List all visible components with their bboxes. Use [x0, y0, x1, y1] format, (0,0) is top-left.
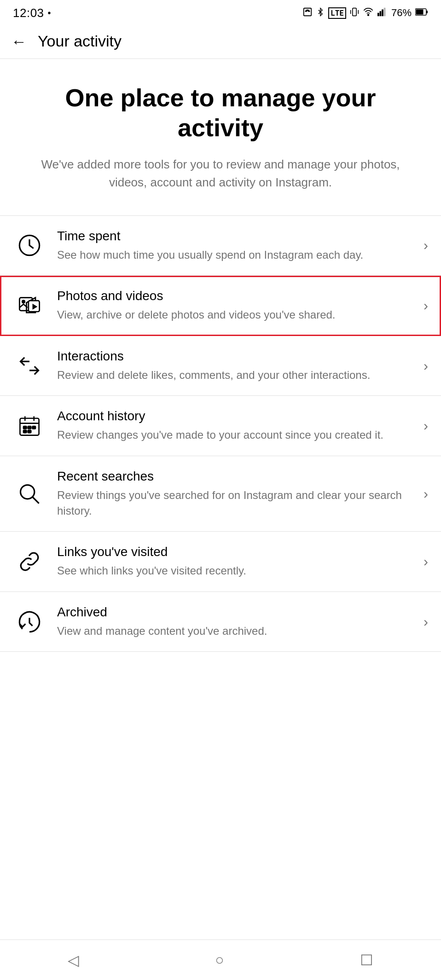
hero-title: One place to manage your activity [28, 83, 413, 143]
svg-rect-10 [426, 11, 428, 13]
menu-item-title-account-history: Account history [57, 409, 416, 423]
chevron-icon-recent-searches: › [424, 486, 428, 502]
menu-item-time-spent[interactable]: Time spent See how much time you usually… [0, 216, 441, 276]
status-icons: LTE 76% [302, 7, 428, 19]
menu-item-archived[interactable]: Archived View and manage content you've … [0, 592, 441, 652]
svg-point-29 [21, 485, 35, 499]
search-icon [13, 482, 46, 506]
svg-rect-25 [28, 426, 31, 429]
wifi-icon [363, 7, 374, 19]
svg-point-4 [368, 14, 369, 16]
chevron-icon-photos-and-videos: › [424, 298, 428, 313]
menu-item-desc-photos-and-videos: View, archive or delete photos and video… [57, 307, 416, 323]
nav-home-button[interactable]: ○ [197, 944, 242, 976]
nfc-icon [302, 7, 313, 19]
menu-item-title-photos-and-videos: Photos and videos [57, 289, 416, 303]
bottom-nav: ◁ ○ ☐ [0, 939, 441, 980]
bluetooth-icon [316, 7, 325, 19]
svg-rect-26 [33, 426, 36, 429]
history-icon [13, 610, 46, 634]
nav-recents-icon: ☐ [360, 951, 373, 969]
photos-videos-icon [13, 294, 46, 318]
svg-rect-6 [380, 11, 382, 16]
svg-rect-11 [416, 9, 424, 14]
page-title: Your activity [38, 32, 122, 50]
interactions-icon [13, 354, 46, 378]
chevron-icon-time-spent: › [424, 238, 428, 253]
nav-home-icon: ○ [215, 951, 224, 968]
svg-rect-0 [304, 8, 312, 16]
vibrate-icon [350, 7, 359, 19]
header: ← Your activity [0, 24, 441, 59]
svg-point-15 [22, 301, 24, 303]
hero-section: One place to manage your activity We've … [0, 59, 441, 216]
back-button[interactable]: ← [11, 34, 27, 49]
chevron-icon-interactions: › [424, 358, 428, 374]
menu-item-desc-links-visited: See which links you've visited recently. [57, 563, 416, 579]
svg-rect-1 [353, 8, 356, 16]
svg-rect-27 [23, 430, 27, 433]
clock-icon [13, 233, 46, 257]
status-time: 12:03 [13, 6, 44, 20]
chevron-icon-archived: › [424, 614, 428, 630]
menu-item-interactions[interactable]: Interactions Review and delete likes, co… [0, 336, 441, 396]
svg-rect-5 [377, 12, 379, 16]
menu-item-desc-time-spent: See how much time you usually spend on I… [57, 247, 416, 263]
nav-back-button[interactable]: ◁ [49, 944, 98, 976]
menu-item-desc-interactions: Review and delete likes, comments, and y… [57, 367, 416, 383]
menu-item-title-links-visited: Links you've visited [57, 545, 416, 559]
calendar-icon [13, 414, 46, 438]
battery-icon [415, 8, 428, 18]
svg-rect-7 [382, 9, 383, 16]
hero-subtitle: We've added more tools for you to review… [28, 156, 413, 191]
menu-item-desc-account-history: Review changes you've made to your accou… [57, 427, 416, 443]
signal-icon [377, 7, 388, 19]
status-bar: 12:03 • LTE 76% [0, 0, 441, 24]
menu-list: Time spent See how much time you usually… [0, 216, 441, 652]
lte-icon: LTE [328, 7, 346, 19]
link-icon [13, 550, 46, 574]
status-dot: • [48, 8, 51, 18]
battery-pct: 76% [391, 7, 412, 19]
menu-item-desc-recent-searches: Review things you've searched for on Ins… [57, 487, 416, 518]
svg-rect-28 [28, 430, 31, 433]
nav-back-icon: ◁ [68, 951, 79, 969]
svg-rect-8 [384, 7, 386, 16]
menu-item-title-interactions: Interactions [57, 349, 416, 364]
svg-line-30 [33, 497, 39, 503]
nav-recents-button[interactable]: ☐ [342, 944, 392, 976]
menu-item-title-time-spent: Time spent [57, 229, 416, 244]
menu-item-photos-and-videos[interactable]: Photos and videos View, archive or delet… [0, 276, 441, 336]
menu-item-title-recent-searches: Recent searches [57, 469, 416, 484]
svg-rect-24 [23, 426, 27, 429]
menu-item-desc-archived: View and manage content you've archived. [57, 623, 416, 639]
menu-item-recent-searches[interactable]: Recent searches Review things you've sea… [0, 456, 441, 532]
menu-item-links-visited[interactable]: Links you've visited See which links you… [0, 532, 441, 592]
chevron-icon-links-visited: › [424, 554, 428, 569]
menu-item-title-archived: Archived [57, 605, 416, 620]
chevron-icon-account-history: › [424, 418, 428, 434]
menu-item-account-history[interactable]: Account history Review changes you've ma… [0, 396, 441, 456]
